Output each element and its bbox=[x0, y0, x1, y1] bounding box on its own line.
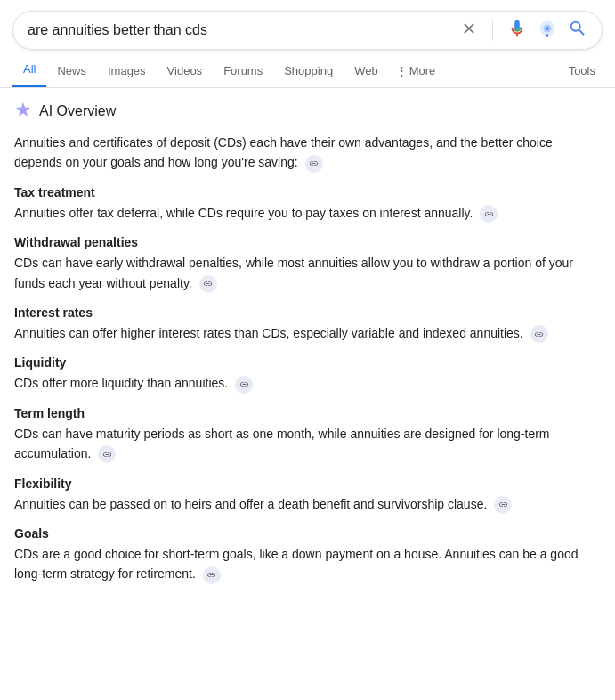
tab-videos[interactable]: Videos bbox=[157, 55, 214, 86]
interest-link-chip[interactable] bbox=[530, 325, 548, 343]
flexibility-link-chip[interactable] bbox=[494, 496, 512, 514]
tab-shopping[interactable]: Shopping bbox=[273, 55, 344, 86]
mic-icon[interactable] bbox=[507, 19, 527, 42]
section-body-goals: CDs are a good choice for short-term goa… bbox=[14, 544, 601, 584]
section-goals: Goals CDs are a good choice for short-te… bbox=[14, 526, 601, 584]
section-withdrawal-penalties: Withdrawal penalties CDs can have early … bbox=[14, 235, 601, 293]
search-divider bbox=[492, 20, 493, 41]
section-body-withdrawal-penalties: CDs can have early withdrawal penalties,… bbox=[14, 253, 601, 293]
section-flexibility: Flexibility Annuities can be passed on t… bbox=[14, 476, 601, 514]
liquidity-link-chip[interactable] bbox=[235, 376, 253, 394]
intro-link-chip[interactable] bbox=[305, 155, 323, 173]
section-interest-rates: Interest rates Annuities can offer highe… bbox=[14, 305, 601, 343]
lens-icon[interactable] bbox=[538, 19, 557, 42]
section-body-flexibility: Annuities can be passed on to heirs and … bbox=[14, 494, 601, 514]
content-area: AI Overview Annuities and certificates o… bbox=[0, 88, 615, 609]
more-dots-icon: ⋮ bbox=[396, 64, 408, 77]
section-body-interest-rates: Annuities can offer higher interest rate… bbox=[14, 323, 601, 343]
tab-forums[interactable]: Forums bbox=[213, 55, 273, 86]
search-input[interactable]: are annuities better than cds bbox=[28, 22, 460, 38]
ai-overview-header: AI Overview bbox=[14, 101, 601, 122]
search-icons bbox=[460, 19, 587, 42]
more-label: More bbox=[409, 64, 436, 77]
search-bar-container: are annuities better than cds bbox=[0, 0, 615, 50]
section-title-term-length: Term length bbox=[14, 406, 601, 420]
section-body-term-length: CDs can have maturity periods as short a… bbox=[14, 424, 601, 464]
ai-overview-label: AI Overview bbox=[39, 103, 116, 119]
svg-point-0 bbox=[546, 27, 549, 30]
section-title-liquidity: Liquidity bbox=[14, 355, 601, 370]
tab-images[interactable]: Images bbox=[97, 55, 157, 86]
section-liquidity: Liquidity CDs offer more liquidity than … bbox=[14, 355, 601, 393]
tab-more[interactable]: ⋮ More bbox=[389, 55, 443, 86]
section-body-liquidity: CDs offer more liquidity than annuities. bbox=[14, 373, 601, 393]
tab-web[interactable]: Web bbox=[344, 55, 389, 86]
search-submit-icon[interactable] bbox=[568, 19, 587, 42]
section-tax-treatment: Tax treatment Annuities offer tax deferr… bbox=[14, 185, 601, 223]
search-bar: are annuities better than cds bbox=[12, 11, 603, 50]
goals-link-chip[interactable] bbox=[203, 566, 221, 584]
section-term-length: Term length CDs can have maturity period… bbox=[14, 406, 601, 464]
tabs-container: All News Images Videos Forums Shopping W… bbox=[0, 53, 615, 88]
ai-intro-text: Annuities and certificates of deposit (C… bbox=[14, 133, 601, 173]
close-icon[interactable] bbox=[460, 20, 478, 41]
tab-all[interactable]: All bbox=[12, 53, 46, 87]
ai-star-icon bbox=[14, 101, 32, 122]
section-title-tax-treatment: Tax treatment bbox=[14, 185, 601, 199]
section-title-interest-rates: Interest rates bbox=[14, 305, 601, 320]
term-link-chip[interactable] bbox=[98, 445, 116, 463]
section-title-goals: Goals bbox=[14, 526, 601, 541]
svg-rect-1 bbox=[546, 34, 548, 37]
section-body-tax-treatment: Annuities offer tax deferral, while CDs … bbox=[14, 203, 601, 223]
withdrawal-link-chip[interactable] bbox=[199, 275, 217, 293]
section-title-flexibility: Flexibility bbox=[14, 476, 601, 491]
tab-news[interactable]: News bbox=[46, 55, 97, 86]
tax-link-chip[interactable] bbox=[480, 205, 498, 223]
section-title-withdrawal-penalties: Withdrawal penalties bbox=[14, 235, 601, 249]
tab-tools[interactable]: Tools bbox=[562, 55, 603, 86]
